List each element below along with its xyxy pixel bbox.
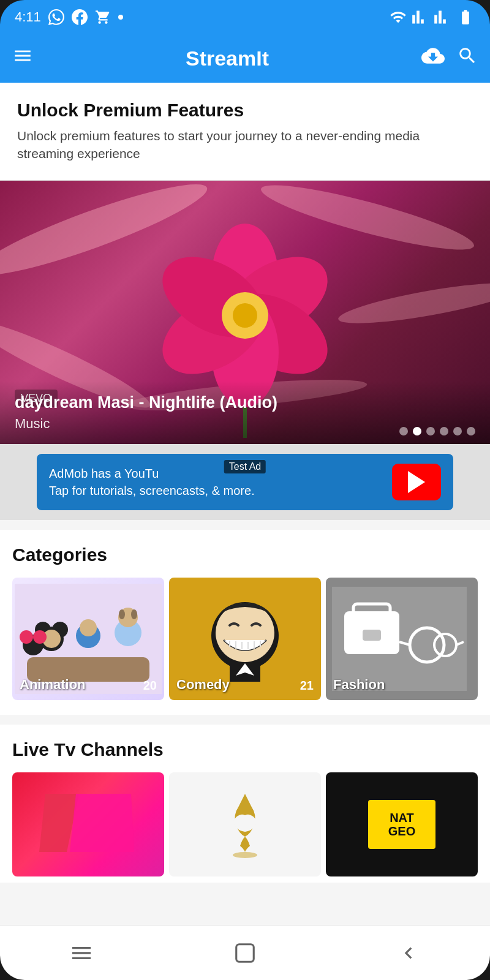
channel-aljazeera[interactable] <box>169 772 321 876</box>
categories-title: Categories <box>12 545 478 565</box>
hero-title: daydream Masi - Nightlife (Audio) <box>15 393 475 412</box>
aljazeera-logo <box>214 788 276 861</box>
channel-viasat[interactable] <box>12 772 164 876</box>
natgeo-text: NATGEO <box>388 811 415 838</box>
premium-title: Unlock Premium Features <box>17 100 473 121</box>
facebook-icon <box>72 9 88 25</box>
signal-icon-2 <box>434 9 451 26</box>
svg-point-25 <box>80 619 97 636</box>
svg-marker-44 <box>70 794 134 852</box>
hero-dot-3[interactable] <box>426 427 435 435</box>
wifi-icon <box>390 9 407 26</box>
search-icon[interactable] <box>457 45 478 71</box>
ad-text-line1: AdMob has a YouTu <box>49 467 159 480</box>
menu-icon[interactable] <box>12 45 33 71</box>
svg-point-45 <box>233 852 257 858</box>
svg-point-30 <box>216 603 274 662</box>
hero-dot-2[interactable] <box>413 427 421 435</box>
download-icon[interactable] <box>421 44 445 72</box>
youtube-button[interactable] <box>392 464 441 500</box>
hero-dot-1[interactable] <box>399 427 408 435</box>
premium-desc: Unlock premium features to start your jo… <box>17 127 473 163</box>
nav-home-button[interactable] <box>224 938 266 968</box>
ad-label: Test Ad <box>224 460 266 473</box>
svg-point-27 <box>20 630 33 644</box>
status-right-icons <box>390 9 475 26</box>
svg-point-19 <box>131 609 137 619</box>
categories-section: Categories <box>0 530 490 715</box>
status-bar: 4:11 <box>0 0 490 34</box>
ad-text: AdMob has a YouTu Tap for tutorials, scr… <box>49 465 382 499</box>
aljazeera-symbol-svg <box>214 788 276 861</box>
comedy-character-svg <box>190 590 300 688</box>
svg-rect-37 <box>363 630 381 641</box>
battery-icon <box>456 9 475 26</box>
viasat-v-svg <box>39 791 137 858</box>
phone-shell: 4:11 <box>0 0 490 980</box>
svg-point-2 <box>336 275 490 331</box>
live-channels-row: NATGEO <box>12 772 478 876</box>
hero-dot-4[interactable] <box>440 427 448 435</box>
natgeo-yellow-box: NATGEO <box>368 800 435 849</box>
animation-label: Animation <box>20 677 86 693</box>
live-tv-title: Live Tv Channels <box>12 739 478 760</box>
comedy-count: 21 <box>300 679 314 693</box>
nav-menu-button[interactable] <box>60 938 103 968</box>
svg-point-1 <box>257 181 478 261</box>
status-dot <box>118 15 123 20</box>
hero-slider[interactable]: VEVO daydream Masi - Nightlife (Audio) M… <box>0 181 490 444</box>
category-card-animation[interactable]: Animation 20 <box>12 578 164 700</box>
svg-point-28 <box>33 630 47 644</box>
viasat-logo <box>39 791 137 858</box>
app-bar: StreamIt <box>0 34 490 83</box>
animation-count: 20 <box>143 679 157 693</box>
fashion-label: Fashion <box>333 677 385 693</box>
cart-icon <box>95 9 111 25</box>
signal-icon <box>412 9 429 26</box>
hero-dot-5[interactable] <box>453 427 462 435</box>
svg-point-18 <box>119 609 125 619</box>
app-title: StreamIt <box>45 47 409 70</box>
main-content: Unlock Premium Features Unlock premium f… <box>0 83 490 925</box>
natgeo-logo: NATGEO <box>368 800 435 849</box>
svg-point-13 <box>233 303 257 328</box>
category-card-comedy[interactable]: Comedy 21 <box>169 578 321 700</box>
bottom-nav <box>0 925 490 980</box>
category-card-fashion[interactable]: Fashion <box>326 578 478 700</box>
whatsapp-icon <box>48 9 64 25</box>
ad-banner-container: AdMob has a YouTu Tap for tutorials, scr… <box>0 444 490 520</box>
status-time: 4:11 <box>15 9 41 25</box>
premium-banner[interactable]: Unlock Premium Features Unlock premium f… <box>0 83 490 181</box>
svg-rect-46 <box>236 944 254 962</box>
hero-dots <box>399 427 475 435</box>
nav-back-button[interactable] <box>387 938 430 968</box>
hero-dot-6[interactable] <box>467 427 475 435</box>
comedy-label: Comedy <box>176 677 230 693</box>
live-tv-section: Live Tv Channels <box>0 725 490 883</box>
categories-row: Animation 20 <box>12 578 478 700</box>
ad-inner[interactable]: AdMob has a YouTu Tap for tutorials, scr… <box>37 454 453 510</box>
play-icon <box>408 471 425 493</box>
ad-text-line2: Tap for tutorials, screencasts, & more. <box>49 484 255 497</box>
fashion-items-svg <box>332 587 467 691</box>
channel-natgeo[interactable]: NATGEO <box>326 772 478 876</box>
